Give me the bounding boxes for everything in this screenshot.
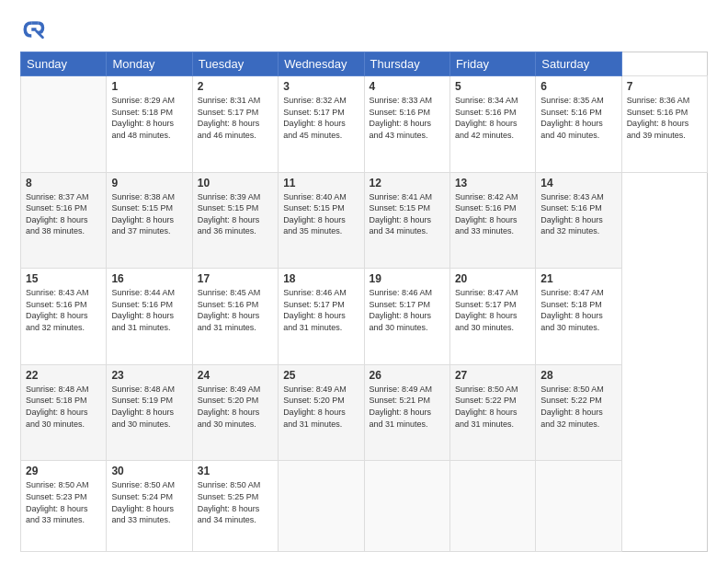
day-header-wednesday: Wednesday bbox=[279, 52, 364, 76]
calendar-cell bbox=[449, 461, 535, 552]
day-number: 12 bbox=[370, 177, 445, 190]
day-number: 14 bbox=[540, 177, 616, 190]
calendar-cell: 22Sunrise: 8:48 AM Sunset: 5:18 PM Dayli… bbox=[21, 364, 107, 461]
day-info: Sunrise: 8:47 AM Sunset: 5:18 PM Dayligh… bbox=[540, 287, 616, 333]
day-number: 16 bbox=[111, 272, 187, 285]
day-number: 29 bbox=[26, 465, 101, 477]
calendar-cell: 23Sunrise: 8:48 AM Sunset: 5:19 PM Dayli… bbox=[107, 364, 192, 461]
day-info: Sunrise: 8:48 AM Sunset: 5:19 PM Dayligh… bbox=[111, 384, 187, 430]
calendar-cell: 12Sunrise: 8:41 AM Sunset: 5:15 PM Dayli… bbox=[364, 172, 449, 269]
calendar-cell: 11Sunrise: 8:40 AM Sunset: 5:15 PM Dayli… bbox=[279, 172, 364, 269]
calendar-cell: 1Sunrise: 8:29 AM Sunset: 5:18 PM Daylig… bbox=[107, 76, 192, 173]
day-number: 10 bbox=[198, 177, 273, 190]
calendar-header-row: SundayMondayTuesdayWednesdayThursdayFrid… bbox=[21, 52, 708, 76]
calendar-cell: 30Sunrise: 8:50 AM Sunset: 5:24 PM Dayli… bbox=[107, 461, 192, 552]
day-number: 19 bbox=[370, 272, 445, 285]
calendar-week-row: 29Sunrise: 8:50 AM Sunset: 5:23 PM Dayli… bbox=[21, 461, 708, 552]
logo-icon bbox=[20, 17, 46, 42]
day-info: Sunrise: 8:50 AM Sunset: 5:23 PM Dayligh… bbox=[26, 479, 101, 525]
calendar-cell: 15Sunrise: 8:43 AM Sunset: 5:16 PM Dayli… bbox=[21, 269, 107, 365]
day-info: Sunrise: 8:42 AM Sunset: 5:16 PM Dayligh… bbox=[455, 191, 530, 237]
day-number: 20 bbox=[455, 272, 530, 285]
day-info: Sunrise: 8:33 AM Sunset: 5:16 PM Dayligh… bbox=[370, 95, 445, 141]
day-number: 8 bbox=[26, 177, 101, 190]
calendar-cell: 31Sunrise: 8:50 AM Sunset: 5:25 PM Dayli… bbox=[192, 461, 278, 552]
day-number: 25 bbox=[283, 369, 358, 382]
day-number: 26 bbox=[370, 369, 445, 382]
day-info: Sunrise: 8:32 AM Sunset: 5:17 PM Dayligh… bbox=[283, 95, 358, 141]
calendar-cell: 4Sunrise: 8:33 AM Sunset: 5:16 PM Daylig… bbox=[364, 76, 449, 173]
calendar-table: SundayMondayTuesdayWednesdayThursdayFrid… bbox=[20, 52, 708, 552]
calendar-week-row: 1Sunrise: 8:29 AM Sunset: 5:18 PM Daylig… bbox=[21, 76, 708, 173]
calendar-cell: 13Sunrise: 8:42 AM Sunset: 5:16 PM Dayli… bbox=[449, 172, 535, 269]
calendar-cell: 20Sunrise: 8:47 AM Sunset: 5:17 PM Dayli… bbox=[449, 269, 535, 365]
day-info: Sunrise: 8:50 AM Sunset: 5:25 PM Dayligh… bbox=[198, 479, 273, 525]
calendar-cell: 27Sunrise: 8:50 AM Sunset: 5:22 PM Dayli… bbox=[449, 364, 535, 461]
day-info: Sunrise: 8:49 AM Sunset: 5:20 PM Dayligh… bbox=[198, 384, 273, 430]
calendar-week-row: 22Sunrise: 8:48 AM Sunset: 5:18 PM Dayli… bbox=[21, 364, 708, 461]
day-number: 22 bbox=[26, 369, 101, 382]
day-info: Sunrise: 8:41 AM Sunset: 5:15 PM Dayligh… bbox=[370, 191, 445, 237]
calendar-cell bbox=[536, 461, 621, 552]
day-number: 3 bbox=[283, 80, 358, 93]
logo bbox=[20, 17, 50, 42]
day-number: 18 bbox=[283, 272, 358, 285]
day-info: Sunrise: 8:31 AM Sunset: 5:17 PM Dayligh… bbox=[198, 95, 273, 141]
day-header-monday: Monday bbox=[107, 52, 192, 76]
day-number: 31 bbox=[198, 465, 273, 477]
day-header-friday: Friday bbox=[449, 52, 535, 76]
day-number: 9 bbox=[111, 177, 187, 190]
day-info: Sunrise: 8:43 AM Sunset: 5:16 PM Dayligh… bbox=[26, 287, 101, 333]
day-number: 4 bbox=[370, 80, 445, 93]
day-header-thursday: Thursday bbox=[364, 52, 449, 76]
calendar-cell: 17Sunrise: 8:45 AM Sunset: 5:16 PM Dayli… bbox=[192, 269, 278, 365]
day-number: 5 bbox=[455, 80, 530, 93]
day-number: 6 bbox=[540, 80, 616, 93]
day-info: Sunrise: 8:40 AM Sunset: 5:15 PM Dayligh… bbox=[283, 191, 358, 237]
day-number: 28 bbox=[540, 369, 616, 382]
calendar-cell bbox=[279, 461, 364, 552]
day-info: Sunrise: 8:37 AM Sunset: 5:16 PM Dayligh… bbox=[26, 191, 101, 237]
day-info: Sunrise: 8:39 AM Sunset: 5:15 PM Dayligh… bbox=[198, 191, 273, 237]
day-info: Sunrise: 8:43 AM Sunset: 5:16 PM Dayligh… bbox=[540, 191, 616, 237]
calendar-cell: 28Sunrise: 8:50 AM Sunset: 5:22 PM Dayli… bbox=[536, 364, 621, 461]
day-number: 21 bbox=[540, 272, 616, 285]
day-info: Sunrise: 8:46 AM Sunset: 5:17 PM Dayligh… bbox=[283, 287, 358, 333]
day-info: Sunrise: 8:47 AM Sunset: 5:17 PM Dayligh… bbox=[455, 287, 530, 333]
header bbox=[20, 17, 708, 42]
calendar-cell: 18Sunrise: 8:46 AM Sunset: 5:17 PM Dayli… bbox=[279, 269, 364, 365]
calendar-week-row: 8Sunrise: 8:37 AM Sunset: 5:16 PM Daylig… bbox=[21, 172, 708, 269]
day-info: Sunrise: 8:34 AM Sunset: 5:16 PM Dayligh… bbox=[455, 95, 530, 141]
calendar-cell: 24Sunrise: 8:49 AM Sunset: 5:20 PM Dayli… bbox=[192, 364, 278, 461]
day-info: Sunrise: 8:29 AM Sunset: 5:18 PM Dayligh… bbox=[111, 95, 187, 141]
day-header-saturday: Saturday bbox=[536, 52, 621, 76]
day-number: 11 bbox=[283, 177, 358, 190]
day-number: 24 bbox=[198, 369, 273, 382]
day-header-sunday: Sunday bbox=[21, 52, 107, 76]
day-info: Sunrise: 8:36 AM Sunset: 5:16 PM Dayligh… bbox=[627, 95, 702, 141]
day-info: Sunrise: 8:49 AM Sunset: 5:20 PM Dayligh… bbox=[283, 384, 358, 430]
day-info: Sunrise: 8:45 AM Sunset: 5:16 PM Dayligh… bbox=[198, 287, 273, 333]
day-number: 1 bbox=[111, 80, 187, 93]
day-number: 7 bbox=[627, 80, 702, 93]
day-info: Sunrise: 8:50 AM Sunset: 5:22 PM Dayligh… bbox=[540, 384, 616, 430]
day-info: Sunrise: 8:48 AM Sunset: 5:18 PM Dayligh… bbox=[26, 384, 101, 430]
calendar-cell: 26Sunrise: 8:49 AM Sunset: 5:21 PM Dayli… bbox=[364, 364, 449, 461]
day-info: Sunrise: 8:38 AM Sunset: 5:15 PM Dayligh… bbox=[111, 191, 187, 237]
calendar-cell: 14Sunrise: 8:43 AM Sunset: 5:16 PM Dayli… bbox=[536, 172, 621, 269]
calendar-cell: 25Sunrise: 8:49 AM Sunset: 5:20 PM Dayli… bbox=[279, 364, 364, 461]
calendar-cell: 2Sunrise: 8:31 AM Sunset: 5:17 PM Daylig… bbox=[192, 76, 278, 173]
calendar-cell bbox=[364, 461, 449, 552]
day-info: Sunrise: 8:46 AM Sunset: 5:17 PM Dayligh… bbox=[370, 287, 445, 333]
day-info: Sunrise: 8:49 AM Sunset: 5:21 PM Dayligh… bbox=[370, 384, 445, 430]
day-info: Sunrise: 8:50 AM Sunset: 5:24 PM Dayligh… bbox=[111, 479, 187, 525]
day-header-tuesday: Tuesday bbox=[192, 52, 278, 76]
calendar-cell: 8Sunrise: 8:37 AM Sunset: 5:16 PM Daylig… bbox=[21, 172, 107, 269]
calendar-cell: 29Sunrise: 8:50 AM Sunset: 5:23 PM Dayli… bbox=[21, 461, 107, 552]
day-number: 23 bbox=[111, 369, 187, 382]
calendar-cell: 19Sunrise: 8:46 AM Sunset: 5:17 PM Dayli… bbox=[364, 269, 449, 365]
calendar-cell: 9Sunrise: 8:38 AM Sunset: 5:15 PM Daylig… bbox=[107, 172, 192, 269]
calendar-week-row: 15Sunrise: 8:43 AM Sunset: 5:16 PM Dayli… bbox=[21, 269, 708, 365]
calendar-cell: 10Sunrise: 8:39 AM Sunset: 5:15 PM Dayli… bbox=[192, 172, 278, 269]
day-info: Sunrise: 8:44 AM Sunset: 5:16 PM Dayligh… bbox=[111, 287, 187, 333]
